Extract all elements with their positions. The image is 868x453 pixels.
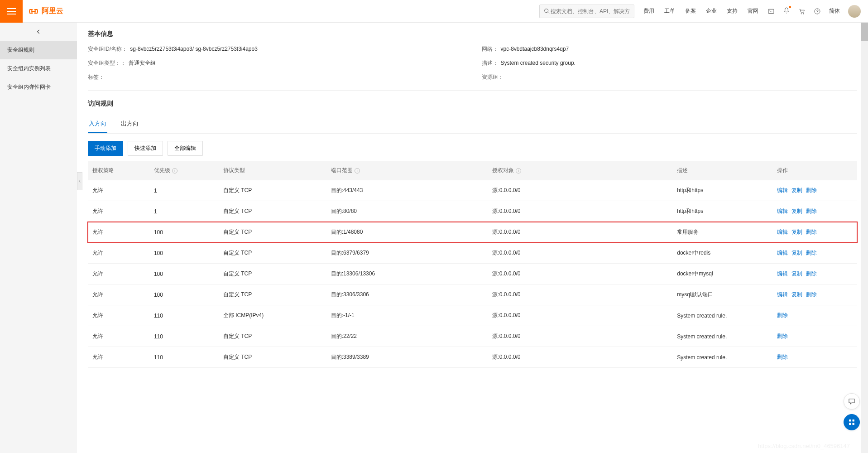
cell: 自定义 TCP	[219, 243, 326, 264]
sidebar-item-instances[interactable]: 安全组内实例列表	[0, 59, 77, 78]
cart-icon[interactable]	[798, 8, 806, 15]
copy-link[interactable]: 复制	[791, 291, 802, 298]
global-search[interactable]	[539, 5, 634, 18]
info-icon[interactable]: i	[355, 168, 360, 173]
table-row: 允许110全部 ICMP(IPv4)目的:-1/-1源:0.0.0.0/0Sys…	[88, 305, 857, 326]
nav-enterprise[interactable]: 企业	[706, 7, 717, 15]
copy-link[interactable]: 复制	[791, 229, 802, 235]
manual-add-button[interactable]: 手动添加	[88, 141, 123, 156]
edit-all-button[interactable]: 全部编辑	[168, 141, 203, 156]
col-desc: 描述	[672, 161, 772, 180]
delete-link[interactable]: 删除	[806, 229, 817, 235]
cell: docker中mysql	[672, 264, 772, 284]
nav-billing[interactable]: 费用	[643, 7, 654, 15]
cell: 目的:22/22	[326, 326, 488, 347]
cell: System created rule.	[672, 305, 772, 326]
notification-button[interactable]	[783, 7, 790, 15]
edit-link[interactable]: 编辑	[777, 270, 788, 277]
copy-link[interactable]: 复制	[791, 270, 802, 277]
cell: 允许	[88, 347, 149, 368]
cell: 目的:13306/13306	[326, 264, 488, 284]
table-row: 允许1自定义 TCP目的:443/443源:0.0.0.0/0http和http…	[88, 180, 857, 201]
language-switch[interactable]: 简体	[829, 7, 840, 15]
delete-link[interactable]: 删除	[806, 250, 817, 256]
cell: 自定义 TCP	[219, 347, 326, 368]
apps-float-button[interactable]	[844, 414, 860, 430]
delete-link[interactable]: 删除	[806, 270, 817, 277]
cell: 目的:3306/3306	[326, 284, 488, 305]
cell: 目的:6379/6379	[326, 243, 488, 264]
cell: 100	[149, 243, 219, 264]
value: 普通安全组	[129, 60, 156, 66]
cell: 允许	[88, 201, 149, 222]
cell: 源:0.0.0.0/0	[488, 180, 672, 201]
vertical-scrollbar[interactable]	[861, 23, 868, 453]
delete-link[interactable]: 删除	[777, 333, 788, 339]
delete-link[interactable]: 删除	[806, 291, 817, 298]
ops-cell: 编辑复制删除	[772, 243, 857, 264]
copy-link[interactable]: 复制	[791, 208, 802, 214]
rules-table: 授权策略 优先级i 协议类型 端口范围i 授权对象i 描述 操作 允许1自定义 …	[88, 161, 857, 368]
user-avatar[interactable]	[848, 5, 861, 18]
basic-info-title: 基本信息	[88, 30, 857, 38]
cell: 允许	[88, 264, 149, 284]
brand-logo[interactable]: 阿里云	[28, 6, 63, 17]
sidebar-item-rules[interactable]: 安全组规则	[0, 41, 77, 59]
info-icon[interactable]: i	[516, 168, 521, 173]
ops-cell: 删除	[772, 347, 857, 368]
chat-icon	[848, 397, 856, 405]
cell: http和https	[672, 201, 772, 222]
copy-link[interactable]: 复制	[791, 250, 802, 256]
edit-link[interactable]: 编辑	[777, 229, 788, 235]
edit-link[interactable]: 编辑	[777, 250, 788, 256]
cell: 自定义 TCP	[219, 264, 326, 284]
table-header-row: 授权策略 优先级i 协议类型 端口范围i 授权对象i 描述 操作	[88, 161, 857, 180]
nav-website[interactable]: 官网	[748, 7, 758, 15]
nav-tickets[interactable]: 工单	[664, 7, 675, 15]
delete-link[interactable]: 删除	[777, 354, 788, 360]
search-input[interactable]	[551, 8, 630, 14]
edit-link[interactable]: 编辑	[777, 208, 788, 214]
ops-cell: 编辑复制删除	[772, 264, 857, 284]
search-icon	[543, 8, 551, 15]
cell: 目的:80/80	[326, 201, 488, 222]
copy-link[interactable]: 复制	[791, 187, 802, 193]
edit-link[interactable]: 编辑	[777, 291, 788, 298]
cell: mysql默认端口	[672, 284, 772, 305]
label: 标签：	[88, 74, 104, 80]
info-icon[interactable]: i	[172, 168, 177, 173]
chat-float-button[interactable]	[844, 393, 860, 410]
delete-link[interactable]: 删除	[806, 187, 817, 193]
col-priority: 优先级i	[149, 161, 219, 180]
back-button[interactable]	[0, 23, 77, 41]
cell: 允许	[88, 222, 149, 243]
table-row: 允许100自定义 TCP目的:13306/13306源:0.0.0.0/0doc…	[88, 264, 857, 284]
info-desc: 描述：System created security group.	[482, 59, 858, 67]
scrollbar-thumb[interactable]	[861, 23, 868, 41]
cell: 源:0.0.0.0/0	[488, 305, 672, 326]
nav-beian[interactable]: 备案	[685, 7, 696, 15]
quick-add-button[interactable]: 快速添加	[128, 141, 163, 156]
menu-toggle-button[interactable]	[0, 0, 23, 23]
table-row: 允许110自定义 TCP目的:22/22源:0.0.0.0/0System cr…	[88, 326, 857, 347]
info-sg-type: 安全组类型：：普通安全组	[88, 59, 464, 67]
delete-link[interactable]: 删除	[806, 208, 817, 214]
edit-link[interactable]: 编辑	[777, 187, 788, 193]
info-tags: 标签：	[88, 73, 464, 81]
tab-outbound[interactable]: 出方向	[120, 115, 139, 133]
chevron-left-icon	[35, 29, 42, 35]
cloudshell-icon[interactable]	[767, 8, 775, 15]
cell: 自定义 TCP	[219, 284, 326, 305]
svg-rect-6	[849, 423, 851, 425]
col-policy: 授权策略	[88, 161, 149, 180]
ops-cell: 编辑复制删除	[772, 180, 857, 201]
header-nav: 费用 工单 备案 企业 支持 官网	[643, 7, 758, 15]
sidebar-item-eni[interactable]: 安全组内弹性网卡	[0, 78, 77, 96]
svg-line-1	[548, 12, 549, 14]
nav-support[interactable]: 支持	[727, 7, 738, 15]
help-icon[interactable]	[814, 8, 821, 15]
ops-cell: 编辑复制删除	[772, 222, 857, 243]
tab-inbound[interactable]: 入方向	[88, 115, 107, 133]
delete-link[interactable]: 删除	[777, 312, 788, 318]
apps-icon	[848, 418, 856, 426]
